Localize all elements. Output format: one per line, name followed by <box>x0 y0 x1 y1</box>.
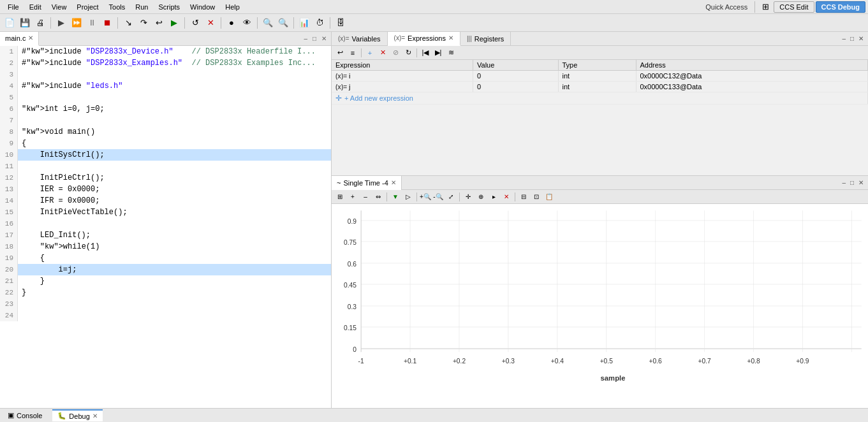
profile-btn[interactable]: 📊 <box>297 16 311 30</box>
debug-btn[interactable]: ⏸ <box>85 16 99 30</box>
menu-window[interactable]: Window <box>185 2 220 12</box>
graph-tab-single-time[interactable]: ~ Single Time -4 ✕ <box>332 176 402 190</box>
sep1 <box>50 17 51 29</box>
expr-expand-btn[interactable]: ▶| <box>432 47 444 59</box>
new-btn[interactable]: 📄 <box>3 16 17 30</box>
tab-registers[interactable]: ||| Registers <box>460 32 511 46</box>
close-graph-btn[interactable]: ✕ <box>857 178 865 187</box>
graph-cursor-btn[interactable]: ✛ <box>462 191 474 203</box>
expr-remove-btn[interactable]: ✕ <box>377 47 388 59</box>
graph-fit-btn[interactable]: ⤢ <box>445 191 457 203</box>
menu-file[interactable]: File <box>3 2 24 12</box>
console-tab-label: Console <box>17 412 42 419</box>
perspective-toggle-btn[interactable]: ⊞ <box>758 0 772 14</box>
minimize-editor-btn[interactable]: – <box>302 34 309 43</box>
line-number: 17 <box>0 229 18 241</box>
col-type: Type <box>558 60 636 71</box>
clock-btn[interactable]: ⏱ <box>313 16 327 30</box>
menu-edit[interactable]: Edit <box>24 2 47 12</box>
menu-help[interactable]: Help <box>220 2 245 12</box>
print-btn[interactable]: 🖨 <box>33 16 47 30</box>
maximize-editor-btn[interactable]: □ <box>311 34 318 43</box>
expr-refresh-btn[interactable]: ↻ <box>402 47 414 59</box>
step-into-btn[interactable]: ↘ <box>121 16 135 30</box>
ccs-debug-button[interactable]: CCS Debug <box>816 1 866 13</box>
step-over-btn[interactable]: ↷ <box>136 16 151 30</box>
expr-all-btn[interactable]: ≡ <box>347 47 358 59</box>
tab-console[interactable]: ▣ Console <box>3 410 47 421</box>
step-return-btn[interactable]: ↩ <box>152 16 166 30</box>
debug-tab-close[interactable]: ✕ <box>92 412 98 419</box>
tab-debug[interactable]: 🐛 Debug ✕ <box>52 409 102 421</box>
code-line-12: 12 InitPieCtrl(); <box>0 172 331 184</box>
editor-tab-close-btn[interactable]: ✕ <box>28 34 33 41</box>
save-btn[interactable]: 💾 <box>18 16 32 30</box>
line-content <box>18 310 331 321</box>
menu-run[interactable]: Run <box>130 2 153 12</box>
menu-view[interactable]: View <box>47 2 72 12</box>
build-btn[interactable]: ▶ <box>54 16 68 30</box>
graph-layout2-btn[interactable]: ⊡ <box>531 191 542 203</box>
svg-text:+0.2: +0.2 <box>453 358 466 365</box>
graph-tab-label: Single Time -4 <box>343 179 388 187</box>
menu-project[interactable]: Project <box>71 2 103 12</box>
graph-arrow-btn[interactable]: ▷ <box>402 191 414 203</box>
expr-col-btn[interactable]: |◀ <box>420 47 431 59</box>
breakpoint-btn[interactable]: ● <box>224 16 239 30</box>
line-content: "kw">int i=0, j=0; <box>18 103 331 115</box>
tab-expressions[interactable]: (x)= Expressions ✕ <box>388 32 460 46</box>
stop-btn[interactable]: ⏹ <box>100 16 114 30</box>
table-row[interactable]: (x)= j0int0x0000C133@Data <box>332 82 868 92</box>
expr-add-btn[interactable]: + <box>364 47 376 59</box>
expr-del-all-btn[interactable]: ⊘ <box>390 47 401 59</box>
close-editor-btn[interactable]: ✕ <box>320 34 328 43</box>
zoom-in-btn[interactable]: 🔍 <box>261 16 275 30</box>
build-all-btn[interactable]: ⏩ <box>70 16 84 30</box>
code-line-15: 15 InitPieVectTable(); <box>0 207 331 218</box>
code-line-4: 4#"kw">include "leds.h" <box>0 80 331 92</box>
menu-scripts[interactable]: Scripts <box>153 2 185 12</box>
add-expression-cell[interactable]: ✛+ Add new expression <box>332 92 868 105</box>
graph-export-btn[interactable]: 📋 <box>543 191 555 203</box>
close-panel-btn[interactable]: ✕ <box>857 34 865 43</box>
add-expression-row[interactable]: ✛+ Add new expression <box>332 92 868 105</box>
code-editor[interactable]: 1#"kw">include "DSP2833x_Device.h" // DS… <box>0 46 331 408</box>
graph-cursor2-btn[interactable]: ⊕ <box>475 191 487 203</box>
line-content: } <box>18 287 331 298</box>
graph-grid-btn[interactable]: ⊞ <box>334 191 346 203</box>
watch-btn[interactable]: 👁 <box>240 16 254 30</box>
expr-step-btn[interactable]: ↩ <box>334 47 346 59</box>
code-line-22: 22} <box>0 287 331 298</box>
terminate-btn[interactable]: ✕ <box>203 16 217 30</box>
ccs-edit-button[interactable]: CCS Edit <box>774 1 814 13</box>
graph-svg: 0.9 0.75 0.6 0.45 0.3 0.15 0 <box>332 204 868 408</box>
maximize-panel-btn[interactable]: □ <box>848 34 856 43</box>
restart-btn[interactable]: ↺ <box>188 16 202 30</box>
graph-green-btn[interactable]: ▼ <box>390 191 401 203</box>
graph-layout-btn[interactable]: ⊟ <box>518 191 529 203</box>
graph-zoom-in-btn[interactable]: +🔍 <box>420 191 431 203</box>
tab-variables[interactable]: (x)= Variables <box>332 32 388 46</box>
graph-stop-btn[interactable]: ✕ <box>501 191 512 203</box>
table-row[interactable]: (x)= i0int0x0000C132@Data <box>332 71 868 82</box>
editor-tab-main-c[interactable]: main.c ✕ <box>0 32 39 46</box>
graph-zoom-out-btn[interactable]: -🔍 <box>432 191 444 203</box>
collapse-panel-btn[interactable]: – <box>840 34 848 43</box>
collapse-graph-btn[interactable]: – <box>840 178 848 187</box>
expr-format-btn[interactable]: ≋ <box>445 47 457 59</box>
graph-tab-close[interactable]: ✕ <box>391 179 396 186</box>
maximize-graph-btn[interactable]: □ <box>848 178 856 187</box>
line-number: 21 <box>0 275 18 287</box>
graph-add-btn[interactable]: + <box>347 191 358 203</box>
resume-btn[interactable]: ▶ <box>167 16 181 30</box>
graph-del-btn[interactable]: – <box>360 191 371 203</box>
code-line-24: 24 <box>0 310 331 321</box>
graph-scale-btn[interactable]: ⇔ <box>372 191 384 203</box>
menu-tools[interactable]: Tools <box>104 2 131 12</box>
zoom-out-btn[interactable]: 🔍 <box>276 16 290 30</box>
svg-text:+0.9: +0.9 <box>796 358 809 365</box>
line-content: InitSysCtrl(); <box>18 149 331 161</box>
mem-btn[interactable]: 🗄 <box>334 16 348 30</box>
expressions-tab-close[interactable]: ✕ <box>448 34 453 41</box>
graph-marker-btn[interactable]: ▸ <box>488 191 499 203</box>
